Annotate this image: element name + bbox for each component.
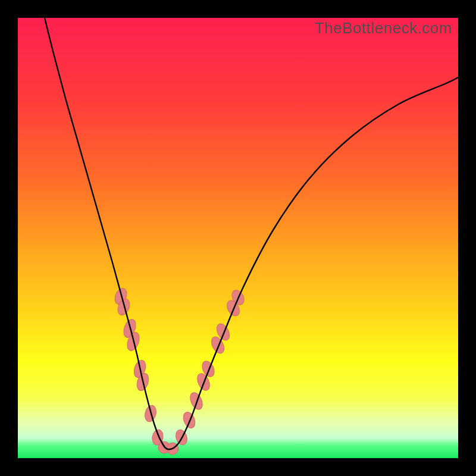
marker-beads [112,287,246,455]
marker-bead [181,411,197,430]
curve-layer [18,18,458,458]
plot-area: TheBottleneck.com [18,18,458,458]
watermark-label: TheBottleneck.com [315,19,452,37]
marker-bead [188,391,205,412]
outer-frame: TheBottleneck.com [0,0,476,476]
bottleneck-curve [45,18,458,449]
